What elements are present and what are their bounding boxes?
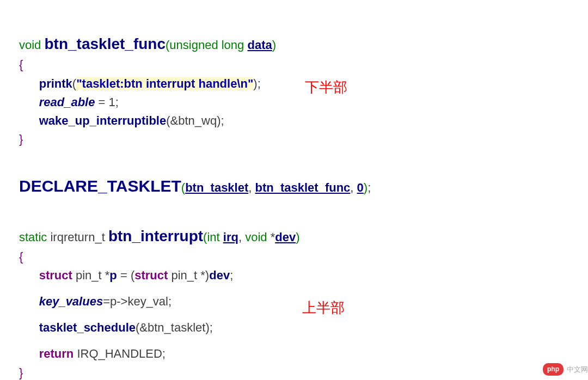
declare-tasklet-macro: DECLARE_TASKLET — [19, 177, 181, 195]
irqreturn-type: irqreturn_t — [50, 230, 105, 244]
keyword-int: int — [207, 230, 219, 244]
var-p: p — [109, 268, 117, 282]
decl-arg2: btn_tasklet_func — [255, 181, 351, 194]
code-block: void btn_tasklet_func(unsigned long data… — [19, 14, 569, 380]
keyword-static: static — [19, 230, 47, 244]
assign: = — [95, 95, 108, 109]
function-btn-tasklet-func: void btn_tasklet_func(unsigned long data… — [19, 32, 569, 149]
printk-call: printk — [39, 77, 72, 90]
function-name: btn_tasklet_func — [44, 35, 166, 52]
decl-arg3: 0 — [357, 181, 364, 194]
string-literal: "tasklet:btn interrupt handle\n" — [76, 77, 253, 90]
wake-up-call: wake_up_interruptible — [39, 114, 167, 127]
keyword-unsigned-long: unsigned long — [169, 38, 244, 52]
var-dev: dev — [209, 268, 230, 282]
read-able-var: read_able — [39, 95, 95, 109]
paren-close: ) — [272, 38, 276, 52]
declare-tasklet-line: DECLARE_TASKLET(btn_tasklet, btn_tasklet… — [19, 174, 569, 199]
brace-close: } — [19, 132, 23, 146]
keyword-struct-2: struct — [134, 268, 168, 282]
function-btn-interrupt: static irqreturn_t btn_interrupt(int irq… — [19, 224, 569, 380]
pin-t-type: pin_t — [76, 268, 102, 282]
watermark: php 中文网 — [543, 363, 588, 376]
decl-arg1: btn_tasklet — [185, 181, 248, 194]
keyword-return: return — [39, 347, 74, 360]
btn-tasklet-arg: btn_tasklet — [148, 321, 205, 334]
irq-handled: IRQ_HANDLED — [77, 347, 162, 360]
watermark-text: 中文网 — [567, 364, 588, 375]
brace-open-2: { — [19, 250, 23, 263]
p-arrow-key-val: p->key_val — [110, 295, 168, 308]
keyword-struct: struct — [39, 268, 72, 282]
watermark-badge: php — [543, 363, 564, 376]
keyword-void: void — [19, 38, 41, 52]
tasklet-schedule-call: tasklet_schedule — [39, 321, 136, 334]
key-values-var: key_values — [39, 295, 103, 308]
number-one: 1 — [109, 95, 115, 109]
param-data: data — [247, 38, 272, 52]
annotation-top-half: 上半部 — [302, 297, 345, 318]
param-irq: irq — [223, 230, 238, 244]
brace-open: { — [19, 58, 23, 71]
pin-t-cast: pin_t — [171, 268, 197, 282]
paren: ); — [253, 77, 260, 90]
brace-close-2: } — [19, 366, 23, 379]
function-name-2: btn_interrupt — [108, 228, 203, 244]
keyword-void-2: void — [245, 230, 267, 244]
annotation-bottom-half: 下半部 — [305, 76, 347, 98]
param-dev: dev — [275, 230, 296, 244]
btn-wq-arg: btn_wq — [178, 114, 217, 127]
